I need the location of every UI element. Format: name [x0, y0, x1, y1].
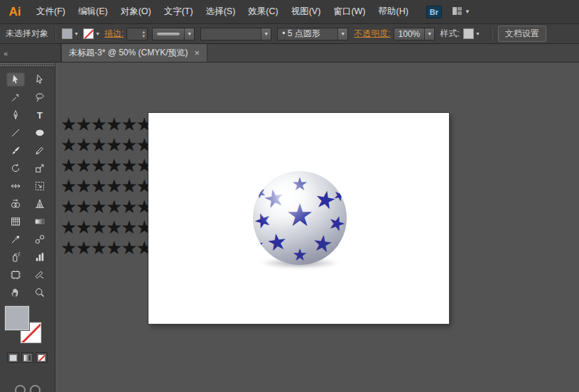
pencil-tool[interactable] [31, 143, 49, 158]
workspace-grid-icon [452, 6, 462, 18]
draw-mode-button[interactable] [15, 385, 26, 392]
menu-item-窗口(W)[interactable]: 窗口(W) [327, 0, 372, 23]
opacity-dropdown[interactable]: 100% ▼ [394, 28, 435, 40]
menu-items: 文件(F)编辑(E)对象(O)文字(T)选择(S)效果(C)视图(V)窗口(W)… [30, 0, 415, 23]
chevron-down-icon[interactable]: ▼ [74, 31, 79, 36]
menu-item-视图(V)[interactable]: 视图(V) [285, 0, 328, 23]
selection-icon [10, 74, 21, 85]
lasso-tool[interactable] [31, 90, 49, 104]
document-tab-title: 未标题-3* @ 50% (CMYK/预览) [69, 47, 188, 59]
mesh-icon [10, 216, 21, 227]
pattern-row: ★★★★★★ [60, 238, 151, 258]
blend-tool[interactable] [31, 232, 49, 246]
menu-item-帮助(H)[interactable]: 帮助(H) [372, 0, 415, 23]
free-transform-tool[interactable] [31, 179, 49, 193]
pattern-row: ★★★★★★ [60, 197, 151, 217]
sphere-star: ★ [266, 229, 289, 255]
menu-item-文件(F)[interactable]: 文件(F) [30, 0, 72, 23]
style-swatch[interactable] [463, 28, 474, 39]
fill-stroke-control [0, 304, 55, 347]
paintbrush-icon [10, 145, 21, 156]
sphere-star: ★ [334, 240, 347, 256]
artboard-tool[interactable] [6, 268, 25, 282]
menu-item-文字(T)[interactable]: 文字(T) [158, 0, 200, 23]
hand-icon [10, 287, 21, 298]
svg-text:T: T [37, 110, 43, 121]
tools-panel: T [0, 62, 55, 392]
fill-color-swatch[interactable] [62, 28, 72, 39]
stroke-weight-link[interactable]: 描边: [104, 28, 124, 40]
opacity-value: 100% [394, 29, 425, 39]
line-tool[interactable] [6, 126, 25, 140]
direct-selection-tool[interactable] [31, 72, 49, 87]
opacity-link[interactable]: 不透明度: [354, 28, 390, 40]
color-button[interactable] [7, 352, 19, 363]
shape-builder-tool[interactable] [6, 197, 25, 211]
bridge-button[interactable]: Br [426, 6, 442, 18]
magic-wand-tool[interactable] [6, 90, 25, 104]
sphere-artwork[interactable]: ★★★★★★★★★★★★★ [253, 171, 347, 265]
chevron-down-icon[interactable]: ▼ [95, 31, 100, 36]
column-graph-tool[interactable] [31, 250, 49, 264]
rotate-tool[interactable] [6, 161, 25, 175]
tools-panel-collapse[interactable]: « [0, 44, 61, 62]
workspace-switcher[interactable]: ▼ [452, 6, 470, 18]
brush-definition-dropdown[interactable]: • 5 点圆形 ▼ [277, 28, 348, 40]
menu-item-对象(O)[interactable]: 对象(O) [114, 0, 158, 23]
paintbrush-tool[interactable] [6, 143, 25, 158]
width-tool[interactable] [6, 179, 25, 193]
scale-tool[interactable] [31, 161, 49, 175]
close-icon[interactable]: × [195, 48, 200, 58]
brush-value: • 5 点圆形 [278, 28, 325, 40]
slice-icon [34, 269, 45, 281]
fill-swatch[interactable] [5, 306, 29, 330]
sphere-star: ★ [286, 200, 313, 231]
hand-tool[interactable] [6, 285, 25, 300]
perspective-grid-tool[interactable] [31, 197, 49, 211]
chevron-down-icon: ▼ [424, 28, 434, 40]
gradient-icon [34, 216, 45, 227]
gradient-button[interactable] [21, 352, 33, 363]
type-tool[interactable]: T [31, 108, 49, 122]
mesh-tool[interactable] [6, 214, 25, 229]
column-graph-icon [34, 251, 45, 263]
menu-item-编辑(E)[interactable]: 编辑(E) [72, 0, 114, 23]
perspective-grid-icon [34, 198, 45, 209]
canvas-area[interactable]: ★★★★★★★★★★★★★★★★★★★★★★★★★★★★★★★★★★★★★★★★… [55, 62, 579, 392]
gradient-icon [23, 354, 31, 361]
lasso-icon [34, 92, 45, 103]
chevron-down-icon: ▼ [465, 9, 470, 15]
none-button[interactable] [36, 352, 48, 363]
symbol-sprayer-tool[interactable] [6, 250, 25, 264]
line-icon [10, 127, 21, 138]
menu-item-选择(S)[interactable]: 选择(S) [200, 0, 242, 23]
stroke-color-swatch[interactable] [83, 28, 94, 39]
panel-grip[interactable] [0, 62, 55, 67]
artboard[interactable]: ★★★★★★★★★★★★★ [148, 113, 449, 324]
stroke-weight-stepper[interactable]: ▲ ▼ [126, 28, 148, 40]
document-tab[interactable]: 未标题-3* @ 50% (CMYK/预览) × [61, 44, 207, 62]
gradient-tool[interactable] [31, 214, 49, 229]
chevron-down-icon[interactable]: ▼ [475, 31, 480, 36]
slice-tool[interactable] [31, 268, 49, 282]
pen-tool[interactable] [6, 108, 25, 122]
screen-mode-button[interactable] [30, 385, 40, 392]
none-icon [38, 354, 45, 361]
zoom-tool[interactable] [31, 285, 49, 300]
scale-icon [34, 163, 45, 174]
selection-tool[interactable] [6, 72, 25, 87]
pattern-row: ★★★★★★ [60, 114, 151, 135]
document-setup-button[interactable]: 文档设置 [498, 26, 546, 42]
sphere-star: ★ [253, 237, 266, 253]
width-profile-dropdown[interactable]: ▼ [152, 28, 195, 40]
rotate-icon [10, 163, 21, 174]
selection-status: 未选择对象 [6, 28, 48, 40]
brush-stroke-dropdown[interactable]: ▼ [200, 28, 271, 40]
stepper-down-icon: ▼ [141, 34, 146, 38]
eyedropper-tool[interactable] [6, 232, 25, 246]
style-label: 样式: [440, 28, 460, 40]
menu-item-效果(C)[interactable]: 效果(C) [242, 0, 284, 23]
pattern-row: ★★★★★★ [60, 217, 151, 238]
ellipse-tool[interactable] [31, 126, 49, 140]
star-pattern-artwork[interactable]: ★★★★★★★★★★★★★★★★★★★★★★★★★★★★★★★★★★★★★★★★… [60, 114, 151, 258]
